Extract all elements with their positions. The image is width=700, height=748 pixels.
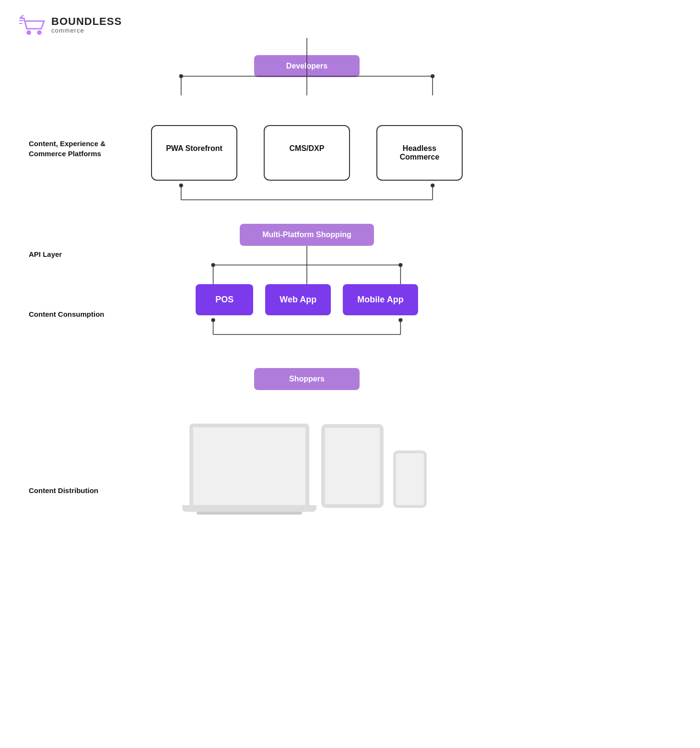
api-layer-label: API Layer bbox=[29, 249, 134, 259]
tablet-body bbox=[321, 424, 384, 508]
devices bbox=[187, 424, 427, 515]
svg-point-1 bbox=[37, 31, 41, 35]
brand-name: BOUNDLESS bbox=[51, 16, 122, 27]
shoppers-content: Shoppers bbox=[134, 368, 479, 390]
api-layer-content: Multi-Platform Shopping bbox=[134, 224, 479, 284]
laptop-foot bbox=[197, 512, 302, 515]
developers-button[interactable]: Developers bbox=[254, 55, 360, 77]
platforms-row: Content, Experience & Commerce Platforms… bbox=[29, 77, 479, 209]
platforms-bottom-connector-svg bbox=[134, 181, 479, 209]
distribution-row: Content Distribution bbox=[29, 404, 479, 515]
multi-platform-connector-svg bbox=[134, 246, 479, 284]
headless-commerce-box: Headless Commerce bbox=[376, 125, 463, 181]
svg-point-24 bbox=[398, 318, 402, 322]
shoppers-row: Shoppers bbox=[29, 368, 479, 390]
api-layer-row: API Layer Multi-Platform Shopping bbox=[29, 224, 479, 284]
svg-point-23 bbox=[211, 318, 215, 322]
svg-point-0 bbox=[27, 31, 31, 35]
phone-body bbox=[393, 450, 427, 508]
laptop-device bbox=[187, 424, 312, 515]
svg-point-12 bbox=[431, 184, 434, 187]
laptop-screen bbox=[189, 424, 309, 505]
logo-icon bbox=[19, 14, 46, 36]
logo-text: BOUNDLESS commerce bbox=[51, 16, 122, 34]
phone-device bbox=[393, 450, 427, 508]
mobileapp-button[interactable]: Mobile App bbox=[343, 284, 418, 315]
distribution-label: Content Distribution bbox=[29, 485, 134, 515]
consumption-bottom-connector-svg bbox=[134, 315, 479, 344]
platforms-content: PWA Storefront CMS/DXP Headless Commerce bbox=[134, 77, 479, 209]
consumption-row: Content Consumption POS Web App Mobile A… bbox=[29, 284, 479, 344]
brand-sub: commerce bbox=[51, 27, 122, 34]
laptop-base bbox=[182, 505, 316, 512]
developers-content: Developers bbox=[134, 55, 479, 77]
distribution-content bbox=[134, 404, 479, 515]
platform-boxes: PWA Storefront CMS/DXP Headless Commerce bbox=[151, 77, 463, 181]
developers-row: Developers bbox=[29, 55, 479, 77]
header: BOUNDLESS commerce bbox=[0, 0, 508, 50]
consumption-boxes: POS Web App Mobile App bbox=[196, 284, 418, 315]
svg-point-19 bbox=[398, 263, 402, 267]
cms-dxp-box: CMS/DXP bbox=[264, 125, 350, 181]
pwa-storefront-box: PWA Storefront bbox=[151, 125, 237, 181]
svg-point-18 bbox=[211, 263, 215, 267]
main-diagram: Developers Content, Experience & Commerc… bbox=[0, 55, 508, 543]
webapp-button[interactable]: Web App bbox=[265, 284, 331, 315]
tablet-device bbox=[321, 424, 384, 508]
consumption-label: Content Consumption bbox=[29, 309, 134, 319]
pos-button[interactable]: POS bbox=[196, 284, 253, 315]
consumption-content: POS Web App Mobile App bbox=[134, 284, 479, 344]
platforms-label: Content, Experience & Commerce Platforms bbox=[29, 128, 134, 159]
shoppers-button[interactable]: Shoppers bbox=[254, 368, 360, 390]
multi-platform-button[interactable]: Multi-Platform Shopping bbox=[240, 224, 374, 246]
svg-point-11 bbox=[179, 184, 183, 187]
